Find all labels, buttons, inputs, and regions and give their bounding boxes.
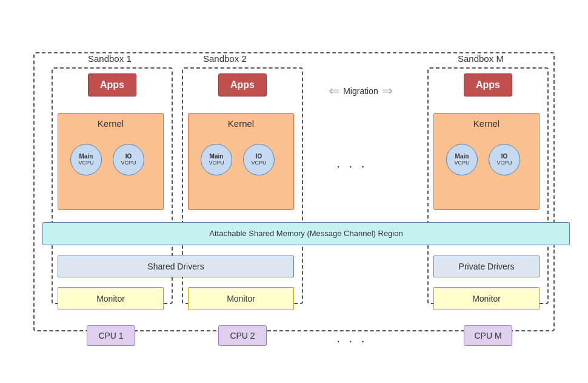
main-vcpu2: Main VCPU xyxy=(201,144,232,175)
diagram: Sandbox 1 Sandbox 2 Sandbox M Apps Apps … xyxy=(15,16,573,368)
kernel1-box: Kernel Main VCPU IO VCPU xyxy=(58,113,164,210)
io-vcpu2: IO VCPU xyxy=(243,144,275,175)
monitor1-box: Monitor xyxy=(58,287,164,310)
apps-sandbox2: Apps xyxy=(218,73,267,97)
sandboxM-label: Sandbox M xyxy=(458,53,504,64)
monitor2-box: Monitor xyxy=(188,287,294,310)
shared-drivers-box: Shared Drivers xyxy=(58,256,294,277)
arrow-left-icon: ⇐ xyxy=(329,83,339,99)
bottom-dots: . . . xyxy=(336,330,367,346)
monitorM-box: Monitor xyxy=(433,287,540,310)
io-vcpuM: IO VCPU xyxy=(489,144,520,175)
main-vcpuM: Main VCPU xyxy=(446,144,478,175)
cpu2-box: CPU 2 xyxy=(218,325,267,346)
middle-dots: . . . xyxy=(336,155,367,171)
main-vcpu1: Main VCPU xyxy=(70,144,102,175)
arrow-right-icon: ⇒ xyxy=(382,83,393,99)
sandbox2-label: Sandbox 2 xyxy=(203,53,247,64)
cpu1-box: CPU 1 xyxy=(87,325,135,346)
apps-sandbox1: Apps xyxy=(88,73,136,97)
kernelM-box: Kernel Main VCPU IO VCPU xyxy=(433,113,540,210)
kernel2-box: Kernel Main VCPU IO VCPU xyxy=(188,113,294,210)
cpuM-box: CPU M xyxy=(464,325,512,346)
migration-area: ⇐ Migration ⇒ xyxy=(306,76,415,106)
io-vcpu1: IO VCPU xyxy=(113,144,144,175)
private-drivers-box: Private Drivers xyxy=(433,256,540,277)
apps-sandboxM: Apps xyxy=(464,73,512,97)
shared-memory-bar: Attachable Shared Memory (Message Channe… xyxy=(42,222,570,245)
sandbox1-label: Sandbox 1 xyxy=(88,53,132,64)
